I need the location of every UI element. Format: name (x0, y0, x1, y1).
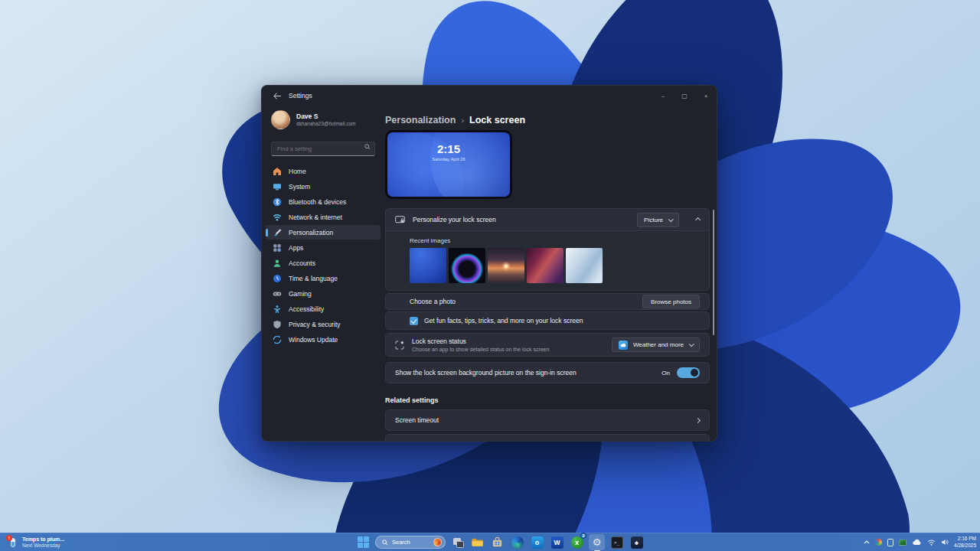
sidebar-item-time-language[interactable]: Time & language (266, 271, 381, 285)
spade-icon: ♠ (631, 536, 643, 549)
personalize-dropdown[interactable]: Picture (637, 213, 679, 227)
sidebar-item-bluetooth-devices[interactable]: Bluetooth & devices (266, 194, 381, 209)
home-icon (273, 167, 282, 176)
word-button[interactable]: W (549, 534, 565, 550)
terminal-button[interactable]: >_ (609, 534, 625, 550)
onedrive-button[interactable] (912, 539, 922, 546)
settings-content: Personalization › Lock screen 2:15 Satur… (384, 106, 717, 441)
collapse-button[interactable] (696, 218, 700, 222)
settings-taskbar-button[interactable]: ⚙ (589, 534, 605, 550)
task-view-button[interactable] (449, 534, 466, 550)
recent-images-row (410, 248, 700, 283)
tray-green-app-button[interactable] (899, 540, 906, 546)
edge-button[interactable] (509, 534, 525, 550)
avatar (271, 110, 290, 129)
recent-images-label: Recent images (410, 237, 700, 244)
sidebar-item-system[interactable]: System (266, 179, 381, 194)
search-icon (364, 144, 371, 150)
file-explorer-icon (471, 536, 484, 549)
wifi-icon (927, 540, 936, 546)
microsoft-store-button[interactable] (489, 534, 505, 550)
sidebar-item-network-internet[interactable]: Network & internet (266, 210, 381, 224)
widget-subline: Next Wednesday (22, 543, 64, 549)
clock[interactable]: 2:16 PM 4/28/2025 (954, 536, 976, 549)
thumbnail-red-purple-flow[interactable] (527, 248, 564, 283)
personalization-icon (273, 228, 282, 237)
taskbar-search[interactable]: Search (375, 536, 446, 549)
fun-facts-checkbox[interactable] (410, 317, 418, 325)
desktop: { "window": { "title": "Settings", "cont… (0, 0, 980, 551)
xbox-button[interactable]: x 2 (569, 534, 585, 550)
color-app-icon (875, 539, 882, 546)
device-icon (887, 539, 893, 546)
search-input[interactable] (271, 142, 375, 156)
browse-photos-button[interactable]: Browse photos (642, 295, 700, 308)
network-icon (273, 213, 282, 222)
sidebar-item-accessibility[interactable]: Accessibility (266, 302, 381, 316)
toggle-state-label: On (662, 370, 670, 377)
recent-images-section: Recent images (386, 230, 709, 290)
sidebar-item-privacy-security[interactable]: Privacy & security (266, 317, 381, 331)
tray-date: 4/28/2025 (954, 543, 976, 549)
personalize-card-header[interactable]: Personalize your lock screen Picture (386, 209, 709, 230)
signin-picture-toggle[interactable] (677, 367, 700, 378)
sidebar-item-personalization[interactable]: Personalization (266, 225, 381, 240)
windows-logo-icon (358, 536, 370, 549)
wifi-button[interactable] (927, 540, 936, 546)
system-icon (273, 182, 282, 191)
breadcrumb-personalization[interactable]: Personalization (385, 115, 456, 126)
sidebar-item-home[interactable]: Home (266, 164, 381, 178)
volume-button[interactable] (941, 539, 949, 546)
status-dropdown[interactable]: Weather and more (612, 337, 700, 352)
sidebar-nav: Home System Bluetooth & devices Network … (262, 164, 384, 347)
sidebar-item-windows-update[interactable]: Windows Update (266, 332, 381, 347)
sidebar-item-gaming[interactable]: Gaming (266, 286, 381, 301)
file-explorer-button[interactable] (469, 534, 485, 550)
screen-timeout-row[interactable]: Screen timeout (385, 409, 710, 431)
maximize-button[interactable]: ▢ (674, 86, 695, 106)
thumbnail-glow-ring[interactable] (449, 248, 485, 283)
titlebar[interactable]: Settings – ▢ × (262, 86, 717, 106)
outlook-button[interactable]: o (529, 534, 545, 550)
thumbnail-blue-bloom[interactable] (410, 248, 446, 283)
terminal-icon: >_ (611, 536, 623, 549)
weather-icon (619, 341, 628, 350)
breadcrumb-separator: › (461, 116, 464, 125)
apps-icon (273, 243, 282, 253)
screen-timeout-label: Screen timeout (395, 416, 439, 424)
sidebar-item-apps[interactable]: Apps (266, 240, 381, 255)
lock-screen-status-card: Lock screen status Choose an app to show… (385, 333, 710, 357)
breadcrumb: Personalization › Lock screen (385, 113, 710, 127)
personalize-card: Personalize your lock screen Picture Rec… (385, 208, 710, 291)
thumbnail-light-bloom[interactable] (566, 248, 603, 283)
profile-name: Dave S (296, 112, 355, 121)
page-title: Lock screen (469, 115, 525, 126)
widget-headline: Temps to plum... (22, 536, 64, 543)
close-button[interactable]: × (695, 86, 717, 106)
scrollbar-thumb[interactable] (713, 210, 715, 335)
chevron-down-icon (668, 217, 674, 222)
profile-email: dshanaha23@hotmail.com (296, 121, 355, 127)
settings-window: Settings – ▢ × Dave S dshanaha23@hotmail… (261, 85, 717, 442)
tray-time: 2:16 PM (954, 536, 976, 543)
partial-row (385, 434, 710, 442)
lock-screen-status-icon (395, 341, 404, 350)
personalize-lock-icon (395, 216, 405, 224)
search-daily-icon (433, 538, 442, 546)
fun-facts-row: Get fun facts, tips, tricks, and more on… (385, 311, 710, 330)
back-button[interactable] (270, 90, 284, 102)
signin-picture-row: Show the lock screen background picture … (385, 362, 710, 383)
thumbnail-sunset[interactable] (488, 248, 524, 283)
widget-alert-badge: ! (6, 535, 12, 541)
tray-chevron-up-button[interactable] (864, 540, 870, 544)
sidebar-item-accounts[interactable]: Accounts (266, 256, 381, 270)
tray-color-app-button[interactable] (875, 539, 882, 546)
start-button[interactable] (355, 534, 371, 550)
gaming-icon (273, 289, 282, 298)
minimize-button[interactable]: – (652, 86, 674, 106)
chevron-right-icon (695, 417, 701, 422)
profile[interactable]: Dave S dshanaha23@hotmail.com (262, 106, 384, 130)
widgets-button[interactable]: ! Temps to plum... Next Wednesday (2, 534, 70, 550)
tray-device-button[interactable] (887, 539, 893, 546)
solitaire-button[interactable]: ♠ (629, 534, 645, 550)
